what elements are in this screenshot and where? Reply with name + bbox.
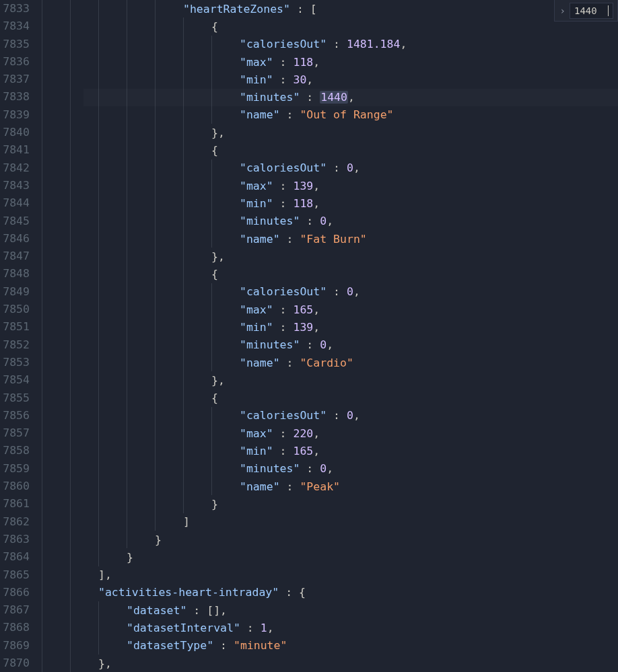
code-line[interactable]: "min" : 118, xyxy=(42,194,618,212)
token-key: "activities-heart-intraday" xyxy=(98,586,279,599)
indent-guide xyxy=(127,0,155,17)
indent-guide xyxy=(183,53,211,71)
indent-guide xyxy=(70,17,98,35)
code-line[interactable]: "max" : 165, xyxy=(42,301,618,318)
code-line[interactable]: "max" : 118, xyxy=(42,53,618,71)
indent-guide xyxy=(155,71,183,88)
indent-guide xyxy=(211,53,240,71)
indent-guide xyxy=(42,17,70,35)
code-content: ], xyxy=(98,568,112,581)
token-num: 118 xyxy=(293,197,313,210)
code-line[interactable]: }, xyxy=(42,371,618,389)
token-punc: : xyxy=(273,73,294,86)
indent-guide xyxy=(127,354,155,371)
line-number: 7854 xyxy=(0,371,30,389)
line-number: 7869 xyxy=(0,637,30,655)
code-line[interactable]: "name" : "Fat Burn" xyxy=(42,230,618,248)
find-widget: › xyxy=(554,0,618,22)
code-line[interactable]: "max" : 139, xyxy=(42,177,618,194)
indent-guide xyxy=(42,336,70,354)
code-line[interactable]: ], xyxy=(42,566,618,584)
indent-guide xyxy=(70,407,98,424)
code-line[interactable]: { xyxy=(42,17,618,35)
token-key: "minutes" xyxy=(240,215,300,227)
indent-guide xyxy=(42,177,70,194)
indent-guide xyxy=(98,531,127,548)
code-line[interactable]: }, xyxy=(42,124,618,141)
indent-guide xyxy=(183,424,211,442)
code-line[interactable]: "min" : 30, xyxy=(42,71,618,88)
code-line[interactable]: }, xyxy=(42,248,618,265)
indent-guide xyxy=(70,336,98,354)
code-line[interactable]: "dataset" : [], xyxy=(42,601,618,619)
code-line[interactable]: { xyxy=(42,141,618,159)
indent-guide xyxy=(70,248,98,265)
code-line[interactable]: "min" : 165, xyxy=(42,442,618,459)
indent-guide xyxy=(70,389,98,407)
code-line[interactable]: "caloriesOut" : 1481.184, xyxy=(42,36,618,53)
line-number: 7852 xyxy=(0,336,30,354)
code-line[interactable]: "activities-heart-intraday" : { xyxy=(42,584,618,601)
line-number: 7867 xyxy=(0,601,30,619)
code-line[interactable]: "caloriesOut" : 0, xyxy=(42,283,618,301)
code-line[interactable]: "heartRateZones" : [ xyxy=(42,0,618,17)
code-editor[interactable]: 7833783478357836783778387839784078417842… xyxy=(0,0,618,672)
token-key: "min" xyxy=(240,197,273,210)
indent-guide xyxy=(70,159,98,177)
indent-guide xyxy=(98,301,127,318)
token-num: 1481.184 xyxy=(347,38,400,50)
indent-guide xyxy=(155,336,183,354)
indent-guide xyxy=(183,213,211,230)
code-line[interactable]: "name" : "Peak" xyxy=(42,478,618,495)
code-line[interactable]: }, xyxy=(42,655,618,672)
code-line[interactable]: "caloriesOut" : 0, xyxy=(42,159,618,177)
code-line[interactable]: { xyxy=(42,265,618,283)
code-line[interactable]: { xyxy=(42,389,618,407)
indent-guide xyxy=(42,637,70,655)
indent-guide xyxy=(127,336,155,354)
code-line[interactable]: } xyxy=(42,495,618,513)
token-punc: : xyxy=(273,303,294,316)
token-key: "name" xyxy=(240,233,280,246)
token-key: "max" xyxy=(240,180,273,192)
code-line[interactable]: "datasetInterval" : 1, xyxy=(42,619,618,636)
indent-guide xyxy=(98,389,127,407)
code-line[interactable]: "min" : 139, xyxy=(42,318,618,336)
code-line[interactable]: "minutes" : 0, xyxy=(42,213,618,230)
indent-guide xyxy=(183,230,211,248)
code-line[interactable]: "caloriesOut" : 0, xyxy=(42,407,618,424)
code-line[interactable]: "name" : "Cardio" xyxy=(42,354,618,371)
indent-guide xyxy=(127,265,155,283)
token-punc: : xyxy=(273,321,294,334)
code-line[interactable]: "max" : 220, xyxy=(42,424,618,442)
code-line[interactable]: "name" : "Out of Range" xyxy=(42,106,618,124)
indent-guide xyxy=(98,637,127,655)
line-number: 7848 xyxy=(0,265,30,283)
code-line[interactable]: } xyxy=(42,548,618,566)
indent-guide xyxy=(155,141,183,159)
code-line[interactable]: "datasetType" : "minute" xyxy=(42,637,618,655)
find-toggle-replace-icon[interactable]: › xyxy=(557,5,568,16)
code-area[interactable]: "heartRateZones" : [{"caloriesOut" : 148… xyxy=(42,0,618,672)
indent-guide xyxy=(98,495,127,513)
code-line[interactable]: } xyxy=(42,531,618,548)
find-input-wrap[interactable] xyxy=(570,3,613,19)
token-key: "caloriesOut" xyxy=(240,38,327,50)
line-number: 7856 xyxy=(0,407,30,424)
find-input[interactable] xyxy=(574,5,608,16)
code-line[interactable]: "minutes" : 0, xyxy=(42,460,618,478)
token-punc: , xyxy=(353,285,360,298)
code-line[interactable]: ] xyxy=(42,513,618,531)
code-line[interactable]: "minutes" : 0, xyxy=(42,336,618,354)
indent-guide xyxy=(183,442,211,459)
indent-guide xyxy=(42,548,70,566)
token-punc: : xyxy=(273,197,294,210)
line-number: 7864 xyxy=(0,548,30,566)
code-content: { xyxy=(211,20,218,33)
token-punc: : xyxy=(327,161,347,174)
token-punc: : xyxy=(280,480,300,493)
indent-guide xyxy=(42,318,70,336)
indent-guide xyxy=(155,53,183,71)
line-number: 7835 xyxy=(0,36,30,53)
indent-guide xyxy=(42,159,70,177)
